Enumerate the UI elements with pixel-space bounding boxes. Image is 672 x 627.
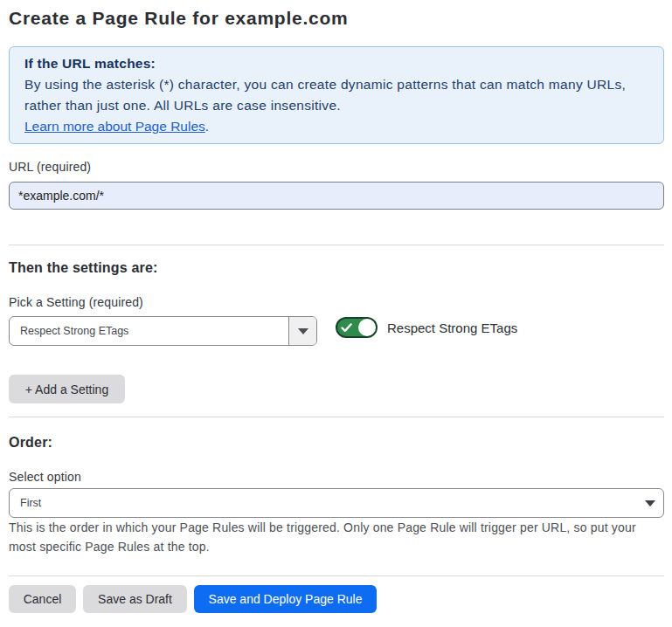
order-help-line: This is the order in which your Page Rul… <box>9 518 664 537</box>
learn-more-link[interactable]: Learn more about Page Rules <box>24 119 205 134</box>
info-box-link-line: Learn more about Page Rules. <box>24 116 648 137</box>
order-section-heading: Order: <box>9 435 52 451</box>
url-field-label: URL (required) <box>9 160 91 174</box>
select-option-label: Select option <box>9 470 81 484</box>
setting-dropdown[interactable]: Respect Strong ETags <box>9 316 317 346</box>
toggle-label: Respect Strong ETags <box>387 320 517 335</box>
page-title: Create a Page Rule for example.com <box>9 7 664 29</box>
order-help-line: most specific Page Rules at the top. <box>9 537 664 556</box>
link-period: . <box>205 119 209 134</box>
divider <box>9 417 664 417</box>
order-help-text: This is the order in which your Page Rul… <box>9 518 664 556</box>
create-page-rule-form: Create a Page Rule for example.com If th… <box>0 0 672 627</box>
chevron-down-icon <box>645 500 655 506</box>
setting-dropdown-button[interactable] <box>288 317 316 345</box>
order-select-value: First <box>10 497 645 509</box>
setting-row: Respect Strong ETags Respect Strong ETag… <box>9 316 664 346</box>
chevron-down-icon <box>298 328 308 334</box>
check-icon <box>341 323 352 333</box>
divider <box>9 245 664 245</box>
pick-setting-label: Pick a Setting (required) <box>9 295 143 309</box>
url-match-info-box: If the URL matches: By using the asteris… <box>9 46 664 144</box>
save-as-draft-button[interactable]: Save as Draft <box>83 585 187 613</box>
add-setting-button[interactable]: + Add a Setting <box>9 375 125 403</box>
footer-buttons: Cancel Save as Draft Save and Deploy Pag… <box>9 585 384 613</box>
info-box-line: rather than just one. All URLs are case … <box>24 95 648 116</box>
toggle-knob <box>358 319 376 336</box>
setting-dropdown-value: Respect Strong ETags <box>10 325 288 337</box>
info-box-heading: If the URL matches: <box>24 53 648 74</box>
divider <box>9 575 664 576</box>
settings-section-heading: Then the settings are: <box>9 260 158 276</box>
info-box-line: By using the asterisk (*) character, you… <box>24 74 648 95</box>
save-and-deploy-button[interactable]: Save and Deploy Page Rule <box>194 585 377 613</box>
url-input[interactable] <box>9 182 664 210</box>
respect-strong-etags-toggle[interactable] <box>336 317 378 338</box>
cancel-button[interactable]: Cancel <box>9 585 76 613</box>
order-select[interactable]: First <box>9 488 664 518</box>
setting-toggle-group: Respect Strong ETags <box>336 317 517 338</box>
